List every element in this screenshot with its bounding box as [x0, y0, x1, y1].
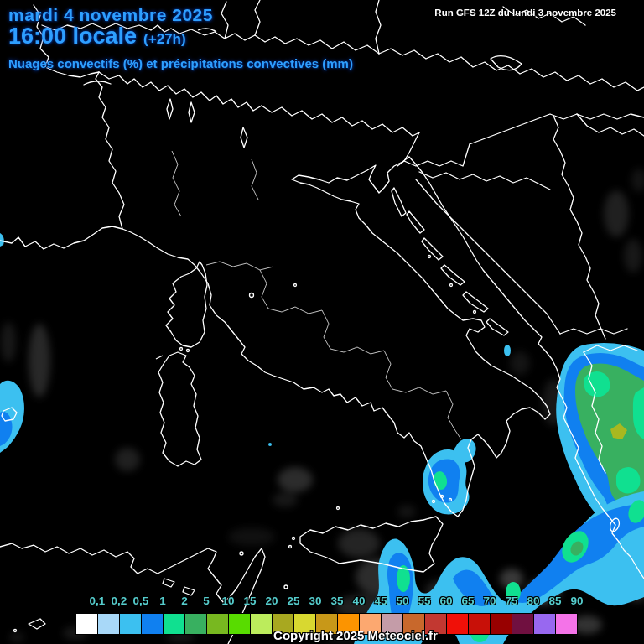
legend-swatch: [556, 614, 577, 634]
legend-swatch: [120, 614, 142, 634]
legend-label: 10: [221, 595, 234, 607]
local-time: 16:00 locale: [8, 23, 137, 49]
weather-map-page: mardi 4 novembre 2025 16:00 locale(+27h)…: [0, 0, 644, 644]
legend-label: 70: [483, 595, 496, 607]
legend-swatch: [469, 614, 491, 634]
legend-label: 35: [330, 595, 343, 607]
legend-label: 85: [548, 595, 561, 607]
date-title: mardi 4 novembre 2025: [8, 5, 213, 25]
legend-label: 25: [287, 595, 299, 607]
italy-weather-map: [0, 0, 644, 644]
legend-labels: 0,10,20,51251015202530354045505560657075…: [0, 595, 644, 611]
legend-swatch: [76, 614, 98, 634]
legend-label: 50: [396, 595, 408, 607]
legend-label: 80: [527, 595, 539, 607]
legend-label: 65: [461, 595, 474, 607]
copyright-text: Copyright 2025 Meteociel.fr: [273, 628, 438, 642]
legend-label: 0,1: [90, 595, 106, 607]
legend-label: 1: [159, 595, 166, 607]
legend-label: 90: [570, 595, 583, 607]
legend-swatch: [164, 614, 185, 634]
legend-label: 15: [243, 595, 256, 607]
legend-label: 0,2: [112, 595, 127, 607]
legend-label: 55: [418, 595, 430, 607]
legend-label: 0,5: [133, 595, 149, 607]
legend-swatch: [491, 614, 512, 634]
legend-label: 30: [309, 595, 321, 607]
legend-swatch: [251, 614, 273, 634]
sea-background: [0, 0, 644, 644]
time-title: 16:00 locale(+27h): [8, 23, 186, 49]
legend-swatch: [447, 614, 469, 634]
map-subtitle: Nuages convectifs (%) et précipitations …: [8, 56, 353, 70]
legend-label: 5: [203, 595, 210, 607]
legend-swatch: [229, 614, 251, 634]
legend-swatch: [98, 614, 120, 634]
legend-swatch: [512, 614, 534, 634]
forecast-offset: (+27h): [143, 31, 186, 47]
legend-swatch: [207, 614, 229, 634]
legend-swatch: [534, 614, 556, 634]
legend-label: 75: [505, 595, 517, 607]
legend-label: 60: [439, 595, 452, 607]
legend-swatch: [142, 614, 164, 634]
model-run-info: Run GFS 12Z du lundi 3 novembre 2025: [434, 8, 616, 18]
legend-label: 45: [374, 595, 387, 607]
legend-label: 40: [352, 595, 365, 607]
legend-swatch: [185, 614, 207, 634]
legend-label: 20: [265, 595, 278, 607]
legend-label: 2: [181, 595, 188, 607]
